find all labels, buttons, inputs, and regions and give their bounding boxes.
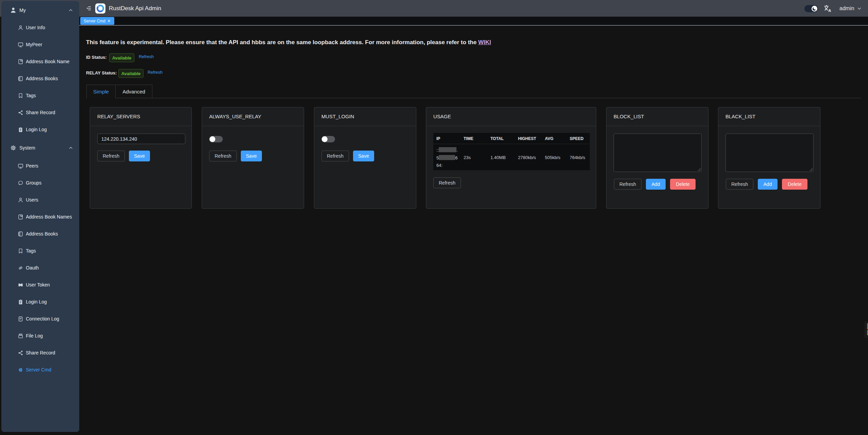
svg-text:A: A xyxy=(828,8,831,13)
